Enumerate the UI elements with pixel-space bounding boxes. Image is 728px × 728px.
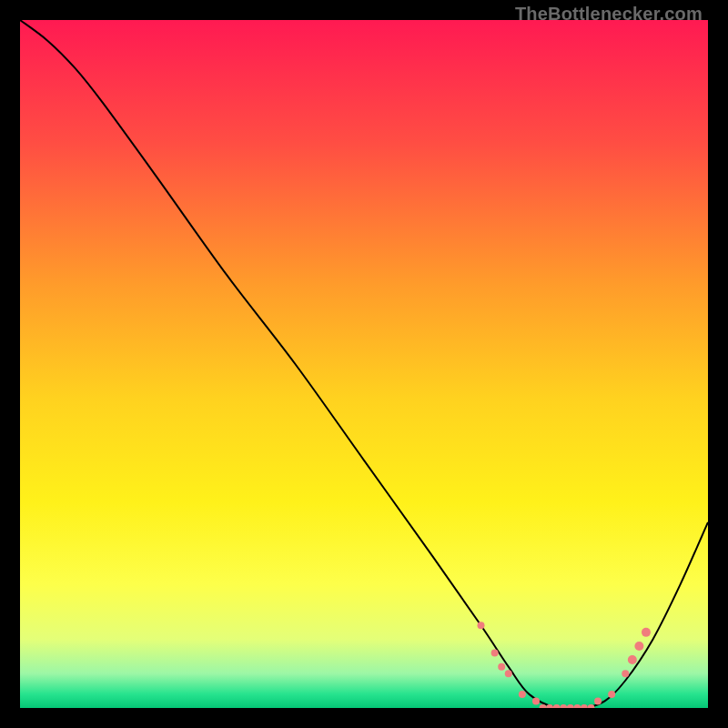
chart-svg xyxy=(20,20,708,708)
chart-frame: TheBottlenecker.com xyxy=(0,0,728,728)
marker-point xyxy=(505,670,512,677)
marker-point xyxy=(634,642,643,651)
marker-point xyxy=(622,670,629,677)
marker-point xyxy=(519,691,526,698)
marker-point xyxy=(594,697,602,704)
marker-point xyxy=(491,650,499,657)
marker-point xyxy=(642,628,651,637)
marker-point xyxy=(478,622,485,629)
marker-point xyxy=(628,655,637,664)
marker-point xyxy=(498,663,505,671)
gradient-background xyxy=(20,20,708,708)
plot-area xyxy=(20,20,708,708)
marker-point xyxy=(532,697,540,704)
marker-point xyxy=(608,691,615,698)
